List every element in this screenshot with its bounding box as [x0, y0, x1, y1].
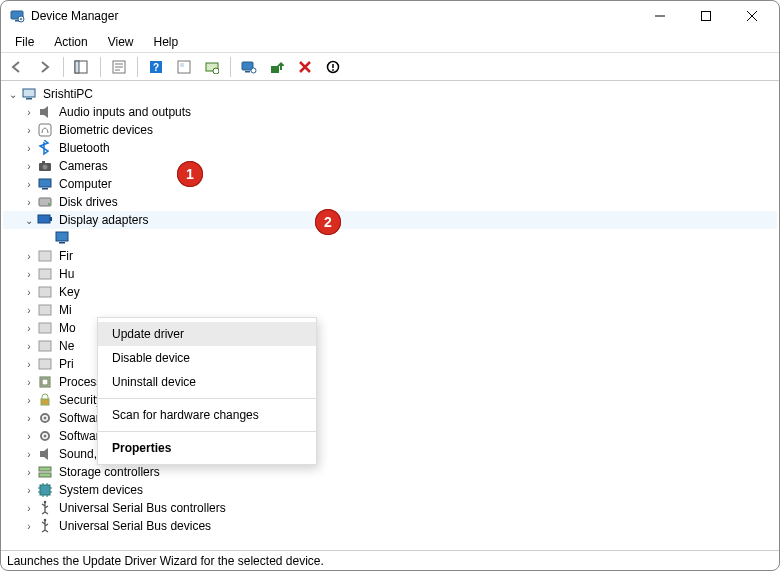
ctx-disable-device[interactable]: Disable device: [98, 346, 316, 370]
menu-help[interactable]: Help: [146, 33, 187, 51]
svg-rect-35: [39, 269, 51, 279]
caret-right-icon[interactable]: ›: [21, 413, 37, 424]
generic-icon: [37, 248, 53, 264]
caret-right-icon[interactable]: ›: [21, 521, 37, 532]
caret-right-icon[interactable]: ›: [21, 251, 37, 262]
uninstall-toolbar-button[interactable]: [293, 56, 317, 78]
annotation-badge-1: 1: [177, 161, 203, 187]
tree-item[interactable]: ›Biometric devices: [3, 121, 777, 139]
disable-toolbar-button[interactable]: [321, 56, 345, 78]
caret-right-icon[interactable]: ›: [21, 143, 37, 154]
tree-root-label: SrishtiPC: [41, 86, 95, 102]
close-button[interactable]: [729, 1, 775, 31]
maximize-button[interactable]: [683, 1, 729, 31]
computer-icon: [21, 86, 37, 102]
caret-right-icon[interactable]: ›: [21, 377, 37, 388]
tree-item-label: Key: [57, 284, 82, 300]
caret-right-icon[interactable]: ›: [21, 467, 37, 478]
caret-right-icon[interactable]: ›: [21, 431, 37, 442]
tree-item-label: Disk drives: [57, 194, 120, 210]
tree-item[interactable]: ›Hu: [3, 265, 777, 283]
update-driver-toolbar-button[interactable]: [265, 56, 289, 78]
caret-right-icon[interactable]: ›: [21, 287, 37, 298]
context-menu: Update driver Disable device Uninstall d…: [97, 317, 317, 465]
svg-rect-21: [40, 109, 44, 115]
tree-item[interactable]: ›Key: [3, 283, 777, 301]
menu-file[interactable]: File: [7, 33, 42, 51]
tree-item[interactable]: ›Storage controllers: [3, 463, 777, 481]
tree-item[interactable]: ›Fir: [3, 247, 777, 265]
tree-item[interactable]: ›Computer: [3, 175, 777, 193]
svg-rect-14: [245, 71, 250, 73]
tree-item-label: Storage controllers: [57, 464, 162, 480]
caret-right-icon[interactable]: ›: [21, 449, 37, 460]
drive-icon: [37, 194, 53, 210]
svg-rect-27: [42, 188, 48, 190]
minimize-button[interactable]: [637, 1, 683, 31]
caret-right-icon[interactable]: ›: [21, 323, 37, 334]
svg-rect-10: [180, 63, 184, 67]
caret-right-icon[interactable]: ›: [21, 125, 37, 136]
help-button[interactable]: ?: [144, 56, 168, 78]
tree-item-label: Mi: [57, 302, 74, 318]
tree-item[interactable]: ›Disk drives: [3, 193, 777, 211]
svg-text:?: ?: [153, 62, 159, 73]
svg-point-52: [44, 501, 47, 504]
tree-item-label: Display adapters: [57, 212, 150, 228]
properties-button[interactable]: [107, 56, 131, 78]
caret-right-icon[interactable]: ›: [21, 359, 37, 370]
caret-right-icon[interactable]: ›: [21, 197, 37, 208]
caret-right-icon[interactable]: ›: [21, 485, 37, 496]
svg-rect-16: [271, 66, 279, 73]
tree-item[interactable]: ›Audio inputs and outputs: [3, 103, 777, 121]
device-tree[interactable]: ⌄ SrishtiPC ›Audio inputs and outputs›Bi…: [1, 81, 779, 550]
toolbar-icon[interactable]: [200, 56, 224, 78]
caret-right-icon[interactable]: ›: [21, 179, 37, 190]
caret-down-icon[interactable]: ⌄: [5, 89, 21, 100]
svg-point-18: [332, 69, 334, 71]
svg-rect-31: [50, 217, 52, 221]
scan-hardware-button[interactable]: [237, 56, 261, 78]
toolbar-separator: [230, 57, 231, 77]
tree-item[interactable]: ›Cameras: [3, 157, 777, 175]
menubar: File Action View Help: [1, 31, 779, 53]
caret-right-icon[interactable]: ›: [21, 395, 37, 406]
toolbar-separator: [137, 57, 138, 77]
ctx-separator: [98, 431, 316, 432]
back-button[interactable]: [5, 56, 29, 78]
ctx-properties[interactable]: Properties: [98, 436, 316, 460]
tree-item[interactable]: ›System devices: [3, 481, 777, 499]
tree-item[interactable]: ›Bluetooth: [3, 139, 777, 157]
caret-right-icon[interactable]: ›: [21, 503, 37, 514]
caret-right-icon[interactable]: ›: [21, 269, 37, 280]
tree-item-label: Bluetooth: [57, 140, 112, 156]
tree-item-display-adapters[interactable]: ⌄ Display adapters: [3, 211, 777, 229]
caret-down-icon[interactable]: ⌄: [21, 215, 37, 226]
svg-rect-25: [42, 161, 45, 163]
ctx-update-driver[interactable]: Update driver: [98, 322, 316, 346]
svg-point-53: [44, 519, 47, 522]
tree-item[interactable]: ›Universal Serial Bus controllers: [3, 499, 777, 517]
menu-action[interactable]: Action: [46, 33, 95, 51]
caret-right-icon[interactable]: ›: [21, 305, 37, 316]
svg-point-47: [44, 435, 47, 438]
ctx-scan-hardware[interactable]: Scan for hardware changes: [98, 403, 316, 427]
tree-child-display-adapter[interactable]: ›: [3, 229, 777, 247]
menu-view[interactable]: View: [100, 33, 142, 51]
caret-right-icon[interactable]: ›: [21, 341, 37, 352]
ctx-uninstall-device[interactable]: Uninstall device: [98, 370, 316, 394]
caret-right-icon[interactable]: ›: [21, 161, 37, 172]
svg-rect-36: [39, 287, 51, 297]
show-hide-tree-button[interactable]: [70, 56, 94, 78]
forward-button[interactable]: [33, 56, 57, 78]
svg-rect-34: [39, 251, 51, 261]
app-icon: [9, 8, 25, 24]
caret-right-icon[interactable]: ›: [21, 107, 37, 118]
svg-rect-30: [38, 215, 50, 223]
generic-icon: [37, 284, 53, 300]
tree-root[interactable]: ⌄ SrishtiPC: [3, 85, 777, 103]
svg-point-24: [43, 165, 48, 170]
toolbar-icon[interactable]: [172, 56, 196, 78]
generic-icon: [37, 320, 53, 336]
tree-item[interactable]: ›Universal Serial Bus devices: [3, 517, 777, 535]
